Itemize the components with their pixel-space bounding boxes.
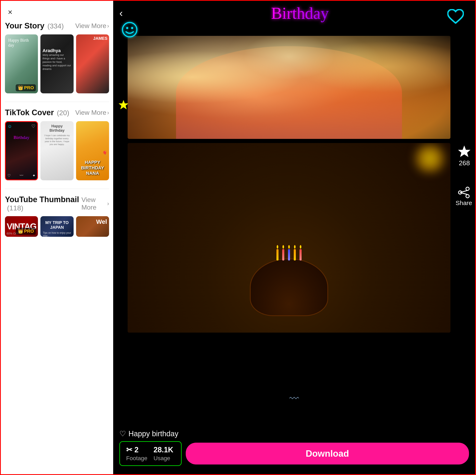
template-title: Birthday bbox=[271, 4, 329, 23]
right-panel: ‹ Birthday bbox=[113, 1, 475, 474]
template-card[interactable]: Wel bbox=[76, 216, 109, 237]
caption-text: Happy birthday bbox=[128, 429, 178, 438]
heart-bottom-icon: ♡ bbox=[7, 173, 11, 178]
template-card[interactable]: MY TRIP TO JAPAN Tips on how to enjoy yo… bbox=[40, 216, 73, 237]
chevron-right-icon: › bbox=[107, 23, 109, 29]
svg-marker-4 bbox=[458, 146, 470, 157]
tiktok-cover-view-more[interactable]: View More › bbox=[75, 109, 109, 116]
template-card[interactable]: Aradhya story amazing our things and i h… bbox=[40, 34, 73, 93]
usage-value: 28.1K bbox=[153, 445, 173, 454]
template-card[interactable]: VINTAG 60% OFF 👑PRO bbox=[5, 216, 38, 237]
template-card[interactable]: HAPPY BIRTHDAY NANA 🎈 bbox=[76, 121, 109, 180]
tiktok-cover-header: TikTok Cover (20) View More › bbox=[5, 108, 109, 117]
tiktok-cover-count: (20) bbox=[57, 109, 69, 117]
star-left-icon bbox=[118, 100, 129, 111]
footage-label: Footage bbox=[126, 455, 147, 461]
heart-outline-icon bbox=[447, 9, 464, 25]
share-icon bbox=[458, 186, 470, 199]
your-story-title: Your Story bbox=[5, 21, 44, 30]
youtube-title-group: YouTube Thumbnail (118) bbox=[5, 195, 82, 212]
template-card[interactable]: Happy Birthday I hope I can celebrate my… bbox=[40, 121, 73, 180]
tiktok-cover-title: TikTok Cover bbox=[5, 108, 54, 117]
share-button[interactable]: Share bbox=[456, 186, 472, 207]
tiktok-cover-grid: ☺ ♡ Birthday 〰 ♡ ✦ Happy Birthday I hope… bbox=[5, 121, 109, 180]
star-rating[interactable]: 268 bbox=[458, 145, 471, 167]
close-button[interactable]: × bbox=[5, 7, 15, 17]
your-story-grid: Happy Birth day 👑PRO Aradhya story amazi… bbox=[5, 34, 109, 93]
stats-box: ✂ 2 28.1K Footage Usage bbox=[119, 441, 182, 466]
template-text: JAMES bbox=[93, 36, 107, 41]
cake-candles bbox=[276, 249, 302, 261]
your-story-header: Your Story (334) View More › bbox=[5, 21, 109, 30]
star-count-label: 268 bbox=[459, 159, 470, 167]
left-panel: × Your Story (334) View More › Happy Bir… bbox=[1, 1, 113, 474]
template-text: Wel bbox=[96, 218, 107, 225]
bottom-bar: ♡ Happy birthday ✂ 2 28.1K Footage Usage bbox=[113, 424, 475, 474]
youtube-thumbnail-title: YouTube Thumbnail bbox=[5, 195, 79, 204]
template-text: Aradhya bbox=[42, 48, 61, 53]
wave-icon: 〰 bbox=[19, 174, 23, 178]
template-overlay: Aradhya story amazing our things and i h… bbox=[40, 34, 73, 93]
usage-label: Usage bbox=[153, 455, 170, 461]
svg-marker-3 bbox=[119, 100, 128, 109]
youtube-thumbnail-view-more[interactable]: View More › bbox=[82, 196, 109, 211]
svg-point-2 bbox=[131, 27, 133, 29]
template-subtext: I hope I can celebrate my birthday toget… bbox=[43, 134, 70, 146]
template-subtext: story amazing our things and i have a pa… bbox=[42, 53, 71, 71]
pro-badge: 👑PRO bbox=[16, 228, 36, 235]
your-story-view-more[interactable]: View More › bbox=[75, 22, 109, 30]
template-text: Happy Birthday bbox=[43, 124, 70, 133]
your-story-count: (334) bbox=[47, 22, 64, 30]
share-label: Share bbox=[456, 199, 472, 207]
star-icon: ✦ bbox=[32, 173, 35, 178]
youtube-thumbnail-header: YouTube Thumbnail (118) View More › bbox=[5, 195, 109, 212]
caption-row: ♡ Happy birthday bbox=[119, 429, 469, 438]
tiktok-title-group: TikTok Cover (20) bbox=[5, 108, 69, 117]
heart-icon: ♡ bbox=[31, 124, 35, 129]
stats-and-download-row: ✂ 2 28.1K Footage Usage Download bbox=[119, 441, 469, 466]
balloon-icon: 🎈 bbox=[102, 151, 107, 156]
download-button[interactable]: Download bbox=[186, 443, 469, 464]
back-button[interactable]: ‹ bbox=[119, 7, 123, 19]
youtube-thumbnail-count: (118) bbox=[7, 204, 23, 212]
close-icon: × bbox=[8, 8, 12, 17]
crown-icon: 👑 bbox=[18, 229, 23, 234]
section-divider bbox=[5, 189, 109, 189]
video-top bbox=[128, 36, 450, 139]
template-card[interactable]: JAMES bbox=[76, 34, 109, 93]
svg-point-1 bbox=[126, 27, 128, 29]
template-card-selected[interactable]: ☺ ♡ Birthday 〰 ♡ ✦ bbox=[5, 121, 38, 180]
smiley-icon: ☺ bbox=[7, 124, 12, 129]
birthday-neon-text: Birthday bbox=[14, 135, 30, 140]
star-icon bbox=[458, 145, 471, 159]
template-card[interactable]: Happy Birth day 👑PRO bbox=[5, 34, 38, 93]
template-subtext: Tips on how to enjoy your stay... bbox=[43, 231, 71, 237]
back-arrow-icon: ‹ bbox=[119, 7, 123, 19]
svg-point-7 bbox=[466, 195, 469, 198]
template-text: HAPPY BIRTHDAY NANA bbox=[80, 160, 105, 176]
crown-icon: 👑 bbox=[18, 85, 23, 90]
section-divider bbox=[5, 102, 109, 102]
chevron-right-icon: › bbox=[107, 200, 109, 207]
youtube-thumbnail-grid: VINTAG 60% OFF 👑PRO MY TRIP TO JAPAN Tip… bbox=[5, 216, 109, 237]
heart-caption-icon: ♡ bbox=[119, 429, 126, 438]
template-text: Happy Birth day bbox=[7, 36, 36, 49]
svg-point-5 bbox=[466, 187, 469, 190]
footage-value: ✂ 2 bbox=[126, 445, 138, 454]
chevron-right-icon: › bbox=[107, 109, 109, 116]
pro-badge: 👑PRO bbox=[16, 84, 36, 91]
smiley-icon bbox=[121, 21, 138, 42]
template-text: MY TRIP TO JAPAN bbox=[43, 219, 71, 231]
svg-point-0 bbox=[122, 22, 137, 37]
video-bottom bbox=[128, 143, 450, 333]
your-story-title-group: Your Story (334) bbox=[5, 21, 64, 30]
wave-decoration-icon: 〰 bbox=[289, 393, 299, 404]
